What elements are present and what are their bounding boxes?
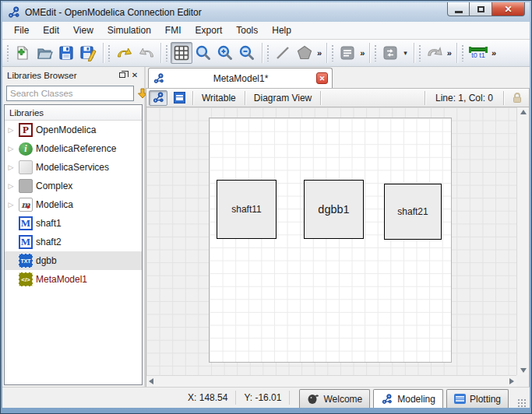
toolbar-grip[interactable] [461,44,464,61]
toolbar-grip[interactable] [6,44,9,61]
scroll-down-icon[interactable] [520,368,527,373]
line-tool-button[interactable] [272,42,294,64]
save-icon [58,44,75,61]
simulate-overflow-button[interactable]: » [446,48,453,58]
menu-view[interactable]: View [66,23,100,38]
component-shaft11[interactable]: shaft11 [217,180,277,239]
grid-icon [173,44,190,61]
connect-mode-button[interactable] [379,42,401,64]
save-button[interactable] [55,42,77,64]
vertical-scrollbar[interactable] [516,107,529,375]
diagram-view-button[interactable] [149,90,167,106]
toolbar-grip[interactable] [266,44,270,61]
toolbar-separator [103,43,104,63]
package-icon [19,179,33,193]
redo-button[interactable] [135,42,157,64]
polygon-tool-button[interactable] [294,42,315,64]
toolbar-grip[interactable] [374,44,377,61]
perspective-modeling-button[interactable]: Modeling [373,389,443,408]
expand-arrow-icon[interactable]: ▷ [6,201,16,209]
perspective-plotting-button[interactable]: Plotting [446,389,509,408]
toolbar-separator [160,43,161,63]
menu-tools[interactable]: Tools [229,23,265,38]
save-as-button[interactable] [77,42,99,64]
lock-button[interactable] [508,90,527,106]
maximize-button[interactable] [470,2,492,16]
scroll-right-icon[interactable] [509,378,514,384]
dock-float-button[interactable] [116,70,129,81]
line-icon [274,44,291,61]
menu-simulation[interactable]: Simulation [100,23,158,38]
menu-fmi[interactable]: FMI [158,23,188,38]
diagram-canvas[interactable] [209,118,452,363]
library-item-modelicareference[interactable]: ▷ i ModelicaReference [5,139,142,158]
shapes-overflow-button[interactable]: » [315,48,322,58]
expand-arrow-icon[interactable]: ▷ [6,145,16,153]
component-shaft21[interactable]: shaft21 [384,184,442,240]
horizontal-scrollbar[interactable] [146,375,516,387]
toolbar-grip[interactable] [107,44,111,61]
toolbar-grip[interactable] [165,44,168,61]
diagram-grid[interactable]: shaft11 dgbb1 shaft21 [146,107,516,375]
menu-export[interactable]: Export [188,23,230,38]
libraries-tree-header[interactable]: Libraries [5,105,142,121]
scroll-up-icon[interactable] [520,110,527,114]
toolbar-grip[interactable] [418,44,421,61]
window-resize-grip[interactable] [516,398,527,408]
connection-model-icon [153,72,165,85]
menu-edit[interactable]: Edit [36,23,66,38]
lock-icon [512,92,523,104]
diagram-view[interactable]: shaft11 dgbb1 shaft21 [146,107,530,387]
dock-close-button[interactable]: ✕ [129,70,141,81]
expand-arrow-icon[interactable]: ▷ [6,126,16,134]
model-overflow-button[interactable]: » [358,48,365,58]
simulate-arrow-icon [426,44,443,61]
library-item-shaft1[interactable]: M shaft1 [5,214,142,233]
expand-arrow-icon[interactable]: ▷ [6,163,16,171]
library-item-modelicaservices[interactable]: ▷ ModelicaServices [5,158,142,177]
titlebar[interactable]: OMEdit - OpenModelica Connection Editor … [2,2,530,22]
perspective-welcome-button[interactable]: Welcome [299,389,370,408]
connect-dropdown-arrow[interactable]: ▾ [401,49,410,57]
minimize-button[interactable] [447,2,470,16]
expand-arrow-icon[interactable]: ▷ [6,182,16,190]
toolbar-separator [326,43,327,63]
libraries-tree: Libraries ▷ P OpenModelica ▷ i ModelicaR… [4,104,143,385]
toolbar-grip[interactable] [331,44,334,61]
simulate-button[interactable] [424,42,446,64]
dock-close-icon: ✕ [132,71,138,79]
welcome-icon [307,393,319,405]
info-icon: i [19,142,33,156]
simtime-overflow-button[interactable]: » [490,48,497,58]
menu-help[interactable]: Help [265,23,298,38]
scroll-left-icon[interactable] [149,378,153,384]
float-icon [119,72,125,78]
component-dgbb1[interactable]: dgbb1 [304,180,364,239]
simulation-time-button[interactable]: t0 t1 [467,42,490,64]
dock-header[interactable]: Libraries Browser ✕ [2,67,144,83]
library-item-dgbb[interactable]: TXT dgbb [5,251,142,270]
show-grid-button[interactable] [171,42,192,64]
text-view-button[interactable] [170,90,188,106]
library-item-complex[interactable]: ▷ Complex [5,177,142,195]
zoom-out-button[interactable] [236,42,258,64]
close-button[interactable]: ✕ [492,2,525,16]
reset-zoom-button[interactable] [192,42,214,64]
new-model-button[interactable] [12,42,33,64]
tab-metamodel1[interactable]: MetaModel1* ✕ [148,68,333,88]
open-file-button[interactable] [33,42,55,64]
menu-file[interactable]: File [7,23,36,38]
writable-button[interactable]: Writable [197,93,241,104]
zoom-in-button[interactable] [214,42,236,64]
library-item-metamodel1[interactable]: </> MetaModel1 [5,270,142,289]
library-item-openmodelica[interactable]: ▷ P OpenModelica [5,121,142,139]
model-switcher-button[interactable] [336,42,358,64]
undo-button[interactable] [113,42,135,64]
library-item-modelica[interactable]: ▷ m Modelica [5,195,142,214]
connect-arrows-icon [382,44,399,61]
model-icon: M [19,235,33,249]
library-item-shaft2[interactable]: M shaft2 [5,233,142,251]
view-mode-label: Diagram View [249,93,316,104]
tab-close-button[interactable]: ✕ [316,72,328,84]
search-classes-input[interactable] [6,86,134,101]
